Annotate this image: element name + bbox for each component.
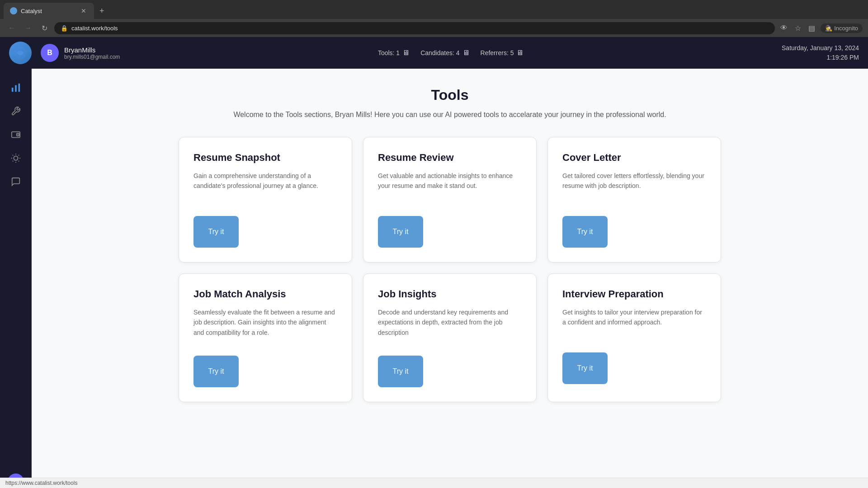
- candidates-stat: Candidates: 4 🖥: [420, 49, 469, 57]
- tool-card-desc-0: Gain a comprehensive understanding of a …: [193, 171, 337, 198]
- sidebar-item-wallet[interactable]: [6, 125, 26, 145]
- tool-card-title-3: Job Match Analysis: [193, 288, 337, 300]
- candidates-stat-icon: 🖥: [462, 49, 470, 57]
- time-text: 1:19:26 PM: [782, 53, 859, 62]
- tool-card-title-0: Resume Snapshot: [193, 152, 337, 164]
- try-it-button-1[interactable]: Try it: [378, 216, 423, 248]
- tool-card-title-4: Job Insights: [378, 288, 522, 300]
- tool-card-desc-2: Get tailored cover letters effortlessly,…: [562, 171, 706, 198]
- header-stats: Tools: 1 🖥 Candidates: 4 🖥 Referrers: 5 …: [378, 49, 524, 57]
- sidebar-item-analytics[interactable]: [6, 78, 26, 98]
- user-info: BryanMills bry.mills01@gmail.com: [64, 46, 120, 60]
- nav-bar: ← → ↻ 🔒 catalist.work/tools 👁 ☆ ▤ 🕵 Inco…: [0, 19, 868, 37]
- user-name: BryanMills: [64, 46, 120, 54]
- tool-card-1: Resume Review Get valuable and actionabl…: [363, 137, 537, 263]
- header-user: B BryanMills bry.mills01@gmail.com: [41, 44, 120, 62]
- tab-favicon: [10, 7, 17, 14]
- incognito-label: Incognito: [834, 25, 858, 32]
- browser-chrome: Catalyst ✕ + ← → ↻ 🔒 catalist.work/tools…: [0, 0, 868, 37]
- sidebar-item-messages[interactable]: [6, 172, 26, 192]
- page-subtitle: Welcome to the Tools sections, Bryan Mil…: [59, 111, 841, 119]
- svg-point-6: [14, 156, 18, 160]
- avatar: B: [41, 44, 59, 62]
- app-logo: [9, 42, 32, 64]
- tool-card-title-2: Cover Letter: [562, 152, 706, 164]
- try-it-button-2[interactable]: Try it: [562, 216, 608, 248]
- tool-card-2: Cover Letter Get tailored cover letters …: [547, 137, 721, 263]
- active-tab[interactable]: Catalyst ✕: [4, 3, 94, 19]
- tool-card-title-1: Resume Review: [378, 152, 522, 164]
- toolbar-icons: 👁 ☆ ▤ 🕵 Incognito: [778, 22, 863, 34]
- status-bar: https://www.catalist.work/tools: [0, 478, 868, 488]
- new-tab-button[interactable]: +: [96, 5, 108, 18]
- url-text: catalist.work/tools: [71, 25, 118, 32]
- tool-card-desc-1: Get valuable and actionable insights to …: [378, 171, 522, 198]
- tab-close-button[interactable]: ✕: [80, 7, 88, 15]
- svg-rect-2: [15, 85, 17, 92]
- try-it-button-3[interactable]: Try it: [193, 356, 239, 387]
- try-it-button-4[interactable]: Try it: [378, 356, 423, 387]
- referrers-stat-icon: 🖥: [516, 49, 524, 57]
- tab-bar: Catalyst ✕ +: [0, 0, 868, 19]
- referrers-stat: Referrers: 5 🖥: [481, 49, 524, 57]
- tool-card-desc-4: Decode and understand key requirements a…: [378, 307, 522, 338]
- app-header: B BryanMills bry.mills01@gmail.com Tools…: [0, 37, 868, 69]
- tools-stat: Tools: 1 🖥: [378, 49, 410, 57]
- candidates-stat-label: Candidates: 4: [420, 49, 459, 56]
- tools-stat-label: Tools: 1: [378, 49, 400, 56]
- try-it-button-5[interactable]: Try it: [562, 352, 608, 384]
- user-email: bry.mills01@gmail.com: [64, 54, 120, 60]
- try-it-button-0[interactable]: Try it: [193, 216, 239, 248]
- tool-card-3: Job Match Analysis Seamlessly evaluate t…: [179, 273, 352, 402]
- tool-card-5: Interview Preparation Get insights to ta…: [547, 273, 721, 402]
- reload-button[interactable]: ↻: [38, 22, 51, 34]
- tool-card-desc-5: Get insights to tailor your interview pr…: [562, 307, 706, 334]
- sidebar-icon[interactable]: ▤: [807, 22, 817, 34]
- back-button[interactable]: ←: [5, 22, 18, 34]
- referrers-stat-label: Referrers: 5: [481, 49, 514, 56]
- incognito-badge: 🕵 Incognito: [821, 23, 863, 33]
- tab-title: Catalyst: [21, 8, 76, 14]
- eye-slash-icon[interactable]: 👁: [778, 22, 789, 34]
- sidebar-item-tools[interactable]: [6, 101, 26, 121]
- header-date: Saturday, January 13, 2024 1:19:26 PM: [782, 43, 859, 62]
- tools-stat-icon: 🖥: [402, 49, 410, 57]
- tool-card-desc-3: Seamlessly evaluate the fit between a re…: [193, 307, 337, 338]
- date-text: Saturday, January 13, 2024: [782, 43, 859, 53]
- lock-icon: 🔒: [61, 25, 68, 32]
- incognito-icon: 🕵: [825, 25, 832, 32]
- tool-card-0: Resume Snapshot Gain a comprehensive und…: [179, 137, 352, 263]
- tool-card-title-5: Interview Preparation: [562, 288, 706, 300]
- bookmark-icon[interactable]: ☆: [793, 22, 803, 34]
- status-url: https://www.catalist.work/tools: [5, 480, 77, 486]
- sidebar: B: [0, 69, 32, 488]
- tools-grid: Resume Snapshot Gain a comprehensive und…: [179, 137, 721, 402]
- main-content: Tools Welcome to the Tools sections, Bry…: [32, 69, 868, 488]
- address-bar[interactable]: 🔒 catalist.work/tools: [54, 22, 775, 34]
- svg-rect-1: [11, 88, 13, 92]
- page-title: Tools: [59, 87, 841, 103]
- sidebar-item-ideas[interactable]: [6, 148, 26, 168]
- svg-rect-3: [18, 84, 20, 92]
- app-container: B Tools Welcome to the Tools sections, B…: [0, 69, 868, 488]
- tool-card-4: Job Insights Decode and understand key r…: [363, 273, 537, 402]
- svg-rect-4: [11, 132, 19, 138]
- forward-button[interactable]: →: [22, 22, 34, 34]
